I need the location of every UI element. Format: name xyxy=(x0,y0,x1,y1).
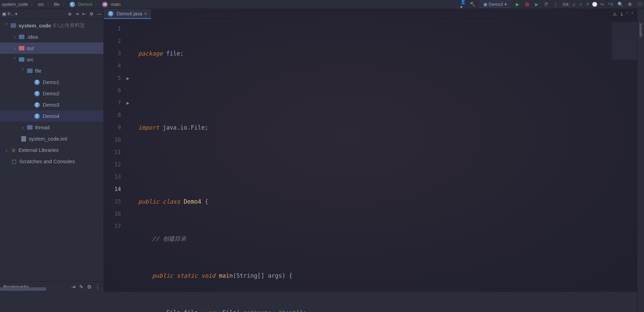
user-icon[interactable]: 👤▾ xyxy=(460,2,466,7)
translate-icon[interactable]: ᴬA xyxy=(608,2,613,7)
collapse-all-icon[interactable]: ⇤ xyxy=(82,11,86,16)
tree-out-folder[interactable]: › out xyxy=(0,43,104,54)
out-folder-icon xyxy=(19,46,24,50)
jclasslib-tool-button[interactable]: Jclasslib xyxy=(639,23,643,37)
toolbar: 👤▾ 🔨 ▣ Demo3 ▾ ▶ 🐞 ▶ ⏱ ⋮ Git: ↙ ✓ ↗ 🕘 ↪ … xyxy=(460,1,642,8)
tab-demo4[interactable]: C Demo4.java × xyxy=(104,9,151,19)
git-commit-icon[interactable]: ✓ xyxy=(579,2,583,7)
search-icon[interactable]: 🔍 xyxy=(618,2,623,7)
tree-scratches[interactable]: ▢ Scratches and Consoles xyxy=(0,156,104,167)
autoscroll-icon[interactable]: ⇥ xyxy=(71,284,76,290)
project-tool-window-button[interactable]: ▣ P...▾ xyxy=(2,11,17,16)
code-editor[interactable]: package file; import java.io.File; publi… xyxy=(124,19,644,292)
project-sidebar: ▣ P...▾ ⊕ ⇥ ⇤ ⚙ — ˅ system_code E:\上传资料至… xyxy=(0,9,104,292)
app-icon: ▣ xyxy=(483,2,487,7)
editor-area: C Demo4.java × ⋮ ⚠ 1 ˆ ˅ 1 2 3 4 5▶ 6 7▶ xyxy=(104,9,644,292)
line-number[interactable]: 16 xyxy=(104,208,124,220)
git-history-icon[interactable]: 🕘 xyxy=(592,2,597,7)
more-actions-icon[interactable]: ⋮ xyxy=(553,2,559,7)
dropdown-caret-icon: ▾ xyxy=(505,2,507,7)
coverage-icon[interactable]: ▶ xyxy=(534,2,539,7)
line-number[interactable]: 6 xyxy=(104,84,124,97)
line-number[interactable]: 17 xyxy=(104,220,124,232)
scratches-icon: ▢ xyxy=(11,158,17,165)
line-number[interactable]: 7▶ xyxy=(104,97,124,109)
inspection-widget[interactable]: ⚠ 1 ˆ ˅ xyxy=(613,12,634,17)
chevron-right-icon: › xyxy=(5,147,8,153)
shield-icon[interactable]: 🛡 xyxy=(637,2,642,7)
settings-icon[interactable]: ⚙ xyxy=(627,2,633,7)
horizontal-scrollbar-thumb[interactable] xyxy=(0,287,46,291)
line-number[interactable]: 15 xyxy=(104,195,124,208)
source-folder-icon xyxy=(19,57,24,62)
git-label: Git: xyxy=(563,2,570,7)
line-number[interactable]: 12 xyxy=(104,158,124,171)
select-target-icon[interactable]: ⊕ xyxy=(68,11,72,16)
git-pull-icon[interactable]: ↙ xyxy=(572,2,576,7)
crumb-project[interactable]: system_code xyxy=(2,2,28,7)
debug-icon[interactable]: 🐞 xyxy=(524,2,530,7)
project-tree[interactable]: ˅ system_code E:\上传资料至 › .idea › out ˅ s… xyxy=(0,19,104,281)
package-icon xyxy=(27,125,33,130)
project-icon: ▣ xyxy=(2,11,6,16)
line-number[interactable]: 13 xyxy=(104,171,124,183)
top-bar: system_code 〉 src 〉 file 〉 CDemo4 〉 mmai… xyxy=(0,0,644,9)
line-number[interactable]: 8 xyxy=(104,109,124,121)
line-number[interactable]: 9 xyxy=(104,121,124,134)
class-icon: C xyxy=(70,2,75,7)
tree-thread-package[interactable]: › thread xyxy=(0,122,104,133)
line-number[interactable]: 2 xyxy=(104,35,124,47)
warning-count: 1 xyxy=(620,12,623,17)
chevron-right-icon: › xyxy=(13,45,16,51)
tree-file-package[interactable]: ˅ file xyxy=(0,65,104,76)
tree-src-folder[interactable]: ˅ src xyxy=(0,54,104,65)
package-icon xyxy=(27,69,33,73)
tree-demo4[interactable]: C Demo4 xyxy=(0,110,104,122)
tree-idea-folder[interactable]: › .idea xyxy=(0,31,104,43)
crumb-pkg[interactable]: file xyxy=(54,2,60,7)
line-number[interactable]: 10 xyxy=(104,134,124,146)
line-number[interactable]: 3 xyxy=(104,47,124,60)
tool-settings-icon[interactable]: ⚙ xyxy=(89,11,94,16)
tree-demo3[interactable]: C Demo3 xyxy=(0,99,104,110)
run-icon[interactable]: ▶ xyxy=(515,2,520,7)
folder-icon xyxy=(19,35,24,39)
expand-all-icon[interactable]: ⇥ xyxy=(75,11,79,16)
build-icon[interactable]: 🔨 xyxy=(470,2,475,7)
profile-icon[interactable]: ⏱ xyxy=(544,2,549,7)
bookmarks-settings-icon[interactable]: ⚙ xyxy=(87,284,92,290)
next-issue-icon[interactable]: ˅ xyxy=(631,12,634,17)
crumb-class[interactable]: Demo4 xyxy=(78,2,93,7)
git-push-icon[interactable]: ↗ xyxy=(585,2,589,7)
minimize-icon[interactable]: — xyxy=(97,11,101,16)
tree-project-root[interactable]: ˅ system_code E:\上传资料至 xyxy=(0,20,104,31)
tree-iml-file[interactable]: system_code.iml xyxy=(0,133,104,144)
line-number[interactable]: 4 xyxy=(104,60,124,72)
bookmarks-more-icon[interactable]: ⋮ xyxy=(95,284,100,290)
crumb-src[interactable]: src xyxy=(38,2,44,7)
tree-external-libraries[interactable]: › ⫼ External Libraries xyxy=(0,144,104,156)
line-number[interactable]: 5▶ xyxy=(104,72,124,84)
gutter[interactable]: 1 2 3 4 5▶ 6 7▶ 8 9 10 11 12 13 14 15 16… xyxy=(104,19,124,292)
tree-demo1[interactable]: C Demo1 xyxy=(0,76,104,88)
run-config-label: Demo3 xyxy=(489,2,503,7)
warning-icon: ⚠ xyxy=(613,12,617,17)
tab-label: Demo4.java xyxy=(117,11,142,16)
libraries-icon: ⫼ xyxy=(10,147,16,153)
code-area[interactable]: 1 2 3 4 5▶ 6 7▶ 8 9 10 11 12 13 14 15 16… xyxy=(104,19,644,292)
line-number[interactable]: 11 xyxy=(104,146,124,158)
editor-tabs: C Demo4.java × ⋮ xyxy=(104,9,644,19)
edit-icon[interactable]: ✎ xyxy=(79,284,84,290)
prev-issue-icon[interactable]: ˆ xyxy=(627,12,628,17)
run-config-dropdown[interactable]: ▣ Demo3 ▾ xyxy=(479,1,511,8)
breadcrumb[interactable]: system_code 〉 src 〉 file 〉 CDemo4 〉 mmai… xyxy=(2,1,121,8)
close-tab-icon[interactable]: × xyxy=(144,11,147,16)
class-icon: C xyxy=(34,91,40,96)
git-rollback-icon[interactable]: ↪ xyxy=(600,2,604,7)
class-icon: C xyxy=(108,11,113,16)
line-number[interactable]: 1 xyxy=(104,23,124,35)
line-number[interactable]: 14 xyxy=(104,183,124,195)
crumb-method[interactable]: main xyxy=(111,2,120,7)
tree-demo2[interactable]: C Demo2 xyxy=(0,88,104,99)
chevron-right-icon: › xyxy=(13,34,16,40)
